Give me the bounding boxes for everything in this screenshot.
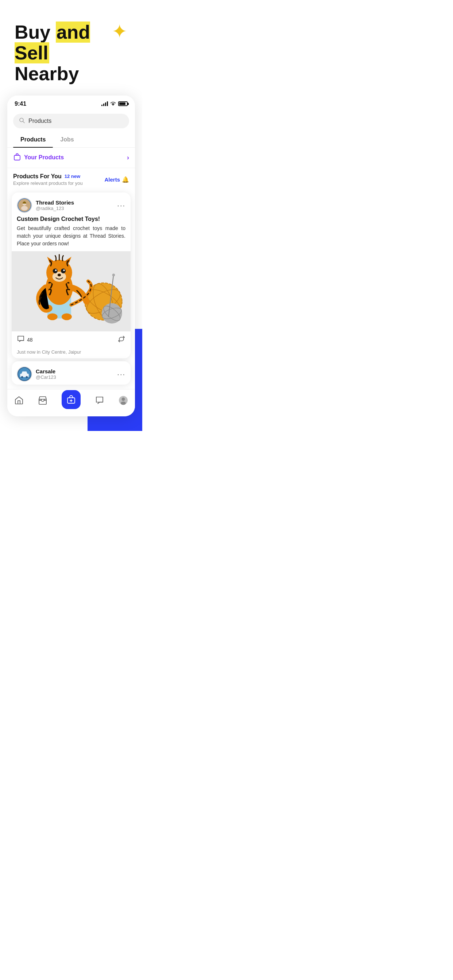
svg-point-7 [21,205,28,210]
tab-products[interactable]: Products [13,132,53,147]
svg-point-40 [121,398,125,401]
svg-rect-37 [39,399,46,404]
bag-icon [13,153,21,162]
hero-title: Buy and Sell Nearby [14,22,128,84]
post-card-2: Carsale @Car123 ··· [12,361,131,385]
bell-icon: 🔔 [122,176,129,183]
post-text: Get beautifully crafted crochet toys mad… [17,224,126,248]
svg-point-41 [121,401,126,405]
comment-count: 48 [27,337,33,343]
post-title: Custom Design Crochet Toys! [17,216,126,223]
comment-section[interactable]: 48 [17,335,33,345]
pfy-subtitle: Explore relevant products for you [13,180,83,186]
pfy-title: Products For You [13,173,62,180]
products-for-you: Products For You 12 new Explore relevant… [7,168,135,189]
svg-point-31 [62,313,72,320]
post-header: Thread Stories @radika_123 ··· [12,192,131,216]
svg-point-30 [48,313,57,320]
share-icon[interactable] [118,335,126,345]
post-2-header: Carsale @Car123 ··· [12,361,131,385]
svg-point-25 [53,268,57,273]
bottom-nav [7,389,135,416]
status-time: 9:41 [14,100,26,107]
svg-point-28 [63,269,65,271]
your-products-row[interactable]: Your Products › [7,148,135,168]
svg-point-35 [21,376,23,378]
chevron-right-icon: › [127,154,129,162]
wifi-icon [110,101,116,107]
store-icon [38,396,48,407]
your-products-left: Your Products [13,153,64,162]
alerts-label: Alerts [104,177,120,183]
add-fab-button[interactable] [62,390,81,409]
post-user-handle: @radika_123 [36,205,74,211]
tabs-container: Products Jobs [7,132,135,148]
status-bar: 9:41 [7,95,135,110]
home-icon [14,396,24,407]
post-footer: 48 [12,331,131,349]
search-section: Products [7,110,135,128]
post2-more-options-button[interactable]: ··· [117,371,126,378]
search-bar[interactable]: Products [13,114,129,128]
nav-store[interactable] [38,396,48,407]
post2-user-handle: @Car123 [36,374,56,380]
hero-title-text: Buy and Sell [14,22,90,64]
post-user-name: Thread Stories [36,199,74,205]
svg-point-29 [57,274,61,276]
chat-icon [95,396,104,407]
svg-point-18 [112,274,115,276]
battery-icon [118,101,128,106]
post-body: Custom Design Crochet Toys! Get beautifu… [12,216,131,251]
svg-point-26 [61,268,65,273]
hero-title-line2: Nearby [14,63,79,84]
svg-point-36 [26,376,28,378]
nav-chat[interactable] [95,396,104,407]
signal-icon [101,101,108,106]
status-icons [101,101,128,107]
hero-section: ✦ Buy and Sell Nearby [0,0,142,95]
nav-profile[interactable] [118,396,128,407]
post-card-1: Thread Stories @radika_123 ··· Custom De… [12,192,131,358]
post2-user-name: Carsale [36,368,56,374]
svg-point-27 [55,269,57,271]
svg-line-1 [23,121,24,123]
your-products-label: Your Products [24,154,64,161]
phone-container: 9:41 [7,95,135,431]
svg-rect-2 [14,155,20,160]
comment-icon [17,335,25,345]
tiger-illustration [12,251,131,331]
nav-add[interactable] [62,394,81,409]
avatar-thread-stories [17,197,32,213]
alerts-button[interactable]: Alerts 🔔 [104,176,129,183]
search-input-value: Products [29,118,51,124]
tab-jobs[interactable]: Jobs [53,132,81,147]
avatar-carsale [17,366,32,382]
page-wrapper: ✦ Buy and Sell Nearby 9:41 [0,0,142,431]
profile-icon [118,396,128,407]
post-image [12,251,131,331]
nav-home[interactable] [14,396,24,407]
pfy-badge: 12 new [65,173,80,179]
search-icon [19,118,25,125]
post-location: Just now in City Centre, Jaipur [12,349,131,358]
more-options-button[interactable]: ··· [117,202,126,209]
phone-card: 9:41 [7,95,135,416]
post-user-info: Thread Stories @radika_123 [17,197,74,213]
